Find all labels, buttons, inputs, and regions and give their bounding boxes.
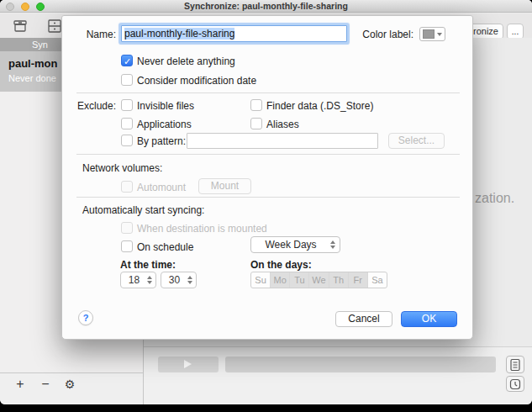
by-pattern-checkbox[interactable] (121, 135, 133, 146)
invisible-files-label: Invisible files (137, 100, 194, 112)
cancel-button[interactable]: Cancel (335, 311, 392, 327)
gear-icon[interactable]: ⚙ (61, 375, 79, 394)
updown-arrows-icon (187, 276, 192, 284)
select-pattern-button[interactable]: Select... (388, 133, 445, 149)
applications-checkbox[interactable] (121, 118, 133, 129)
day-segment-th[interactable]: Th (329, 272, 349, 288)
control-bar (144, 347, 532, 404)
when-mounted-label: When destination is mounted (137, 223, 267, 235)
time-label: At the time: (120, 259, 176, 271)
name-input[interactable]: paul-monthly-file-sharing (121, 25, 347, 42)
color-label-dropdown[interactable] (419, 27, 445, 41)
automount-label: Automount (137, 182, 186, 193)
color-swatch (423, 29, 435, 39)
frequency-value: Week Days (251, 239, 330, 251)
on-schedule-label: On schedule (137, 241, 193, 253)
automount-checkbox[interactable] (121, 181, 133, 193)
section-divider (76, 154, 460, 155)
zoom-button[interactable] (36, 3, 45, 11)
invisible-files-checkbox[interactable] (121, 99, 133, 111)
consider-mod-checkbox[interactable] (121, 74, 133, 86)
sync-item-title: paul-mon (8, 57, 58, 70)
aliases-checkbox[interactable] (250, 118, 262, 129)
titlebar: Synchronize: paul-monthly-file-sharing (0, 0, 532, 13)
section-divider (76, 197, 460, 198)
sidebar-footer: + − ⚙ (0, 373, 143, 404)
progress-bar (225, 357, 496, 372)
name-label: Name: (62, 29, 116, 40)
archive-box-icon[interactable] (11, 18, 29, 34)
day-segment-mo[interactable]: Mo (271, 272, 290, 288)
day-segment-sa[interactable]: Sa (368, 272, 387, 288)
close-button[interactable] (6, 3, 14, 11)
play-icon (184, 360, 192, 368)
minute-value: 30 (161, 274, 187, 286)
log-button[interactable] (506, 356, 524, 373)
when-mounted-checkbox[interactable] (121, 222, 133, 234)
ok-button[interactable]: OK (401, 311, 457, 327)
window-title: Synchronize: paul-monthly-file-sharing (0, 0, 532, 13)
day-segmented-control: Su Mo Tu We Th Fr Sa (250, 272, 387, 288)
hour-stepper[interactable]: 18 (120, 272, 156, 288)
day-segment-tu[interactable]: Tu (290, 272, 309, 288)
remove-button[interactable]: − (36, 375, 55, 394)
minimize-button[interactable] (21, 3, 29, 11)
finder-data-checkbox[interactable] (250, 99, 262, 111)
pattern-input[interactable] (187, 133, 378, 149)
never-delete-label: Never delete anything (137, 55, 235, 67)
aliases-label: Aliases (266, 119, 299, 130)
never-delete-checkbox[interactable] (121, 55, 133, 66)
app-window: Synchronize: paul-monthly-file-sharing (0, 0, 532, 404)
minute-stepper[interactable]: 30 (161, 272, 197, 288)
screen: Synchronize: paul-monthly-file-sharing (0, 0, 532, 412)
on-schedule-checkbox[interactable] (121, 240, 133, 252)
day-segment-fr[interactable]: Fr (349, 272, 368, 288)
add-button[interactable]: + (11, 375, 29, 394)
updown-arrows-icon (147, 276, 152, 284)
network-volumes-label: Network volumes: (82, 162, 162, 174)
section-divider (76, 92, 460, 93)
hour-value: 18 (121, 274, 147, 286)
finder-data-label: Finder data (.DS_Store) (266, 100, 373, 112)
by-pattern-label: By pattern: (137, 135, 186, 147)
log-icon (509, 358, 521, 372)
frequency-dropdown[interactable]: Week Days (250, 236, 340, 253)
day-segment-we[interactable]: We (309, 272, 329, 288)
settings-dialog: Name: paul-monthly-file-sharing Color la… (61, 15, 473, 340)
exclude-label: Exclude: (62, 100, 116, 112)
updown-arrows-icon (330, 240, 335, 249)
start-sync-button[interactable] (158, 357, 219, 372)
day-segment-su[interactable]: Su (251, 272, 271, 288)
consider-mod-label: Consider modification date (137, 75, 256, 87)
help-button[interactable]: ? (78, 310, 93, 325)
placeholder-text: zation. (475, 191, 514, 206)
chevron-down-icon (435, 33, 445, 36)
color-label: Color label: (356, 29, 413, 40)
auto-sync-label: Automatically start syncing: (82, 204, 204, 216)
applications-label: Applications (137, 119, 192, 130)
sync-item-status: Never done (8, 73, 56, 83)
name-input-value: paul-monthly-file-sharing (124, 28, 234, 40)
days-label: On the days: (250, 259, 312, 271)
mount-button[interactable]: Mount (198, 178, 251, 194)
clock-icon (509, 378, 521, 390)
history-button[interactable] (506, 376, 524, 392)
